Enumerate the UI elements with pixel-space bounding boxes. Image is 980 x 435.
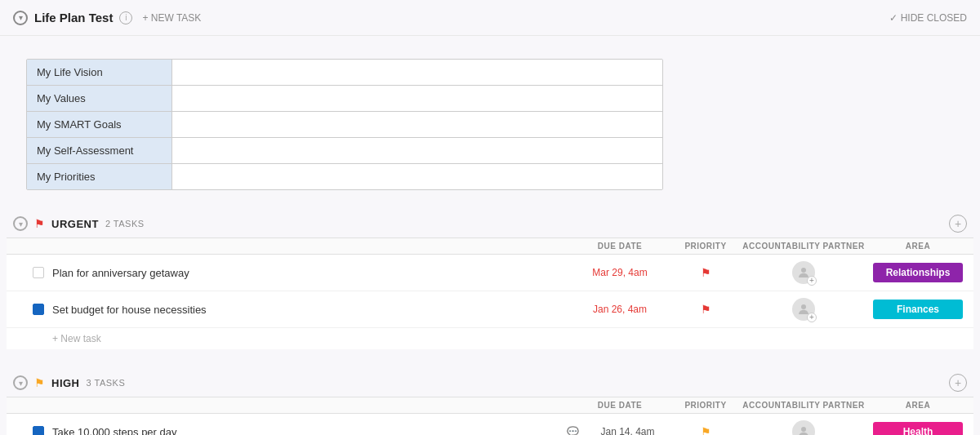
life-plan-row: My Life Vision bbox=[27, 60, 662, 86]
info-icon[interactable]: i bbox=[119, 11, 132, 24]
life-plan-label: My Values bbox=[27, 86, 172, 111]
col-due-date-header: DUE DATE bbox=[567, 401, 673, 410]
life-plan-label: My SMART Goals bbox=[27, 112, 172, 137]
column-headers: DUE DATE PRIORITY ACCOUNTABILITY PARTNER… bbox=[7, 397, 973, 414]
column-headers: DUE DATE PRIORITY ACCOUNTABILITY PARTNER… bbox=[7, 237, 973, 255]
col-area-header: AREA bbox=[869, 242, 967, 251]
life-plan-row: My Self-Assessment bbox=[27, 138, 662, 164]
section-title: URGENT bbox=[51, 218, 99, 230]
section-title: HIGH bbox=[51, 377, 80, 389]
task-checkbox[interactable] bbox=[33, 426, 44, 435]
section-header: ▾ ⚑ HIGH 3 TASKS + bbox=[7, 369, 973, 397]
col-area-header: AREA bbox=[869, 401, 967, 410]
col-accountability-header: ACCOUNTABILITY PARTNER bbox=[738, 401, 869, 410]
hide-closed-button[interactable]: ✓ HIDE CLOSED bbox=[889, 12, 967, 24]
comment-icon: 💬 bbox=[567, 426, 579, 435]
life-plan-value[interactable] bbox=[172, 112, 662, 137]
accountability-cell: + bbox=[738, 261, 869, 284]
section-count: 2 TASKS bbox=[105, 219, 145, 229]
collapse-icon[interactable]: ▾ bbox=[13, 11, 28, 25]
section-collapse-button[interactable]: ▾ bbox=[13, 216, 28, 231]
hide-closed-label: HIDE CLOSED bbox=[901, 12, 967, 24]
col-priority-header: PRIORITY bbox=[673, 242, 738, 251]
due-date-cell: Jan 26, 4am bbox=[567, 304, 673, 315]
priority-cell: ⚑ bbox=[673, 425, 738, 435]
priority-cell: ⚑ bbox=[673, 303, 738, 316]
section-count: 3 TASKS bbox=[87, 378, 126, 388]
header-left: ▾ Life Plan Test i + NEW TASK bbox=[13, 11, 889, 25]
accountability-avatar[interactable]: + bbox=[792, 261, 815, 284]
area-badge[interactable]: Finances bbox=[873, 300, 963, 319]
area-cell: Health bbox=[869, 422, 967, 435]
life-plan-row: My Values bbox=[27, 86, 662, 112]
task-checkbox[interactable] bbox=[33, 304, 44, 315]
priority-cell: ⚑ bbox=[673, 266, 738, 279]
task-row: Plan for anniversary getaway Mar 29, 4am… bbox=[7, 255, 973, 291]
section-urgent: ▾ ⚑ URGENT 2 TASKS + DUE DATE PRIORITY A… bbox=[0, 210, 980, 349]
svg-point-2 bbox=[801, 427, 806, 432]
checkmark-icon: ✓ bbox=[889, 12, 898, 24]
svg-point-1 bbox=[801, 304, 806, 309]
life-plan-label: My Life Vision bbox=[27, 60, 172, 85]
life-plan-value[interactable] bbox=[172, 86, 662, 111]
accountability-avatar[interactable]: + bbox=[792, 420, 815, 435]
priority-flag-icon: ⚑ bbox=[701, 266, 711, 279]
area-cell: Finances bbox=[869, 300, 967, 319]
task-row: Take 10,000 steps per day 💬 Jan 14, 4am … bbox=[7, 414, 973, 435]
svg-point-0 bbox=[801, 268, 806, 273]
area-cell: Relationships bbox=[869, 263, 967, 282]
new-task-row-button[interactable]: + New task bbox=[7, 328, 973, 349]
section-high: ▾ ⚑ HIGH 3 TASKS + DUE DATE PRIORITY ACC… bbox=[0, 369, 980, 435]
col-due-date-header: DUE DATE bbox=[567, 242, 673, 251]
add-accountability-icon[interactable]: + bbox=[807, 313, 817, 322]
due-date-cell: Mar 29, 4am bbox=[567, 267, 673, 278]
page-title: Life Plan Test bbox=[34, 11, 113, 24]
life-plan-label: My Self-Assessment bbox=[27, 138, 172, 163]
add-accountability-icon[interactable]: + bbox=[807, 276, 817, 286]
accountability-cell: + bbox=[738, 298, 869, 321]
accountability-avatar[interactable]: + bbox=[792, 298, 815, 321]
due-date-value: Jan 14, 4am bbox=[582, 426, 673, 435]
area-badge[interactable]: Health bbox=[873, 422, 963, 435]
task-name: Take 10,000 steps per day bbox=[52, 426, 567, 436]
col-priority-header: PRIORITY bbox=[673, 401, 738, 410]
due-date-cell: 💬 Jan 14, 4am bbox=[567, 426, 673, 435]
priority-flag-icon: ⚑ bbox=[701, 425, 711, 435]
task-checkbox[interactable] bbox=[33, 267, 44, 278]
add-to-section-button[interactable]: + bbox=[949, 215, 967, 233]
life-plan-value[interactable] bbox=[172, 138, 662, 163]
life-plan-row: My Priorities bbox=[27, 164, 662, 189]
accountability-cell: + bbox=[738, 420, 869, 435]
life-plan-value[interactable] bbox=[172, 164, 662, 189]
life-plan-row: My SMART Goals bbox=[27, 112, 662, 138]
life-plan-label: My Priorities bbox=[27, 164, 172, 189]
section-flag-icon: ⚑ bbox=[34, 217, 45, 230]
section-collapse-button[interactable]: ▾ bbox=[13, 375, 28, 390]
section-header: ▾ ⚑ URGENT 2 TASKS + bbox=[7, 210, 973, 237]
add-to-section-button[interactable]: + bbox=[949, 374, 967, 392]
task-name: Plan for anniversary getaway bbox=[52, 267, 567, 279]
priority-flag-icon: ⚑ bbox=[701, 303, 711, 316]
life-plan-value[interactable] bbox=[172, 60, 662, 85]
task-row: Set budget for house necessities Jan 26,… bbox=[7, 291, 973, 328]
life-plan-grid: My Life Vision My Values My SMART Goals … bbox=[26, 59, 663, 190]
section-flag-icon: ⚑ bbox=[34, 376, 45, 389]
new-task-button[interactable]: + NEW TASK bbox=[139, 11, 204, 25]
col-accountability-header: ACCOUNTABILITY PARTNER bbox=[738, 242, 869, 251]
page-header: ▾ Life Plan Test i + NEW TASK ✓ HIDE CLO… bbox=[0, 0, 980, 36]
area-badge[interactable]: Relationships bbox=[873, 263, 963, 282]
task-name: Set budget for house necessities bbox=[52, 304, 567, 316]
